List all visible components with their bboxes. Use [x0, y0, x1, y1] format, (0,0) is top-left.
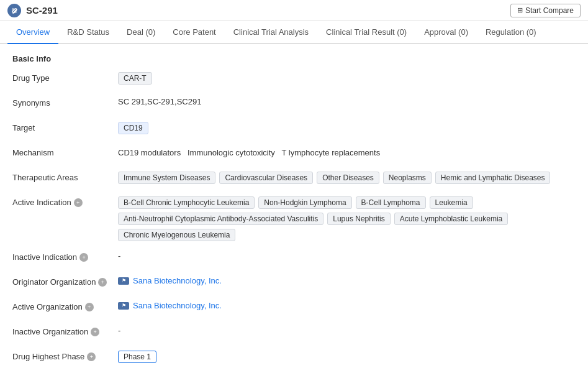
- originator-org-item: ⚑ Sana Biotechnology, Inc.: [118, 276, 222, 285]
- target-row: Target CD19: [12, 122, 576, 137]
- tab-overview[interactable]: Overview: [7, 21, 58, 44]
- drug-highest-phase-help-icon[interactable]: +: [87, 352, 96, 361]
- tab-core-patent[interactable]: Core Patent: [164, 21, 224, 44]
- therapeutic-areas-row: Therapeutic Areas Immune System Diseases…: [12, 172, 576, 186]
- drug-type-tag: CAR-T: [118, 72, 152, 85]
- mechanism-row: Mechanism CD19 modulators Immunologic cy…: [12, 147, 576, 162]
- compare-icon: ⊞: [517, 6, 523, 14]
- active-org-icon: ⚑: [118, 302, 129, 310]
- tab-clinical-trial-result[interactable]: Clinical Trial Result (0): [317, 21, 415, 44]
- therapeutic-areas-label: Therapeutic Areas: [12, 172, 118, 182]
- inactive-org-value: -: [118, 326, 576, 335]
- synonyms-text: SC 291,SC-291,SC291: [118, 97, 201, 106]
- drug-highest-phase-value: Phase 1: [118, 351, 576, 363]
- start-compare-label: Start Compare: [525, 6, 574, 15]
- active-org-label: Active Organization +: [12, 301, 118, 311]
- active-indication-row: Active Indication + B-Cell Chronic Lymph…: [12, 196, 576, 241]
- originator-org-label: Originator Organization +: [12, 276, 118, 287]
- inactive-indication-label: Inactive Indication +: [12, 251, 118, 262]
- inactive-indication-row: Inactive Indication + -: [12, 251, 576, 266]
- tab-approval[interactable]: Approval (0): [415, 21, 477, 44]
- drug-type-row: Drug Type CAR-T: [12, 72, 576, 87]
- active-indication-tags: B-Cell Chronic Lymphocytic Leukemia Non-…: [118, 196, 576, 241]
- start-compare-button[interactable]: ⊞ Start Compare: [510, 4, 581, 17]
- originator-org-value: ⚑ Sana Biotechnology, Inc.: [118, 276, 576, 285]
- tag-b-cell-lymphoma[interactable]: B-Cell Lymphoma: [356, 196, 426, 209]
- target-tag[interactable]: CD19: [118, 122, 148, 134]
- active-org-row: Active Organization + ⚑ Sana Biotechnolo…: [12, 301, 576, 316]
- drug-type-label: Drug Type: [12, 72, 118, 83]
- synonyms-value: SC 291,SC-291,SC291: [118, 97, 576, 106]
- originator-org-name[interactable]: Sana Biotechnology, Inc.: [133, 276, 222, 285]
- tag-anca-vasculitis[interactable]: Anti-Neutrophil Cytoplasmic Antibody-Ass…: [118, 213, 323, 225]
- tab-clinical-trial-analysis[interactable]: Clinical Trial Analysis: [225, 21, 317, 44]
- active-org-item: ⚑ Sana Biotechnology, Inc.: [118, 301, 222, 310]
- target-value: CD19: [118, 122, 576, 134]
- synonyms-label: Synonyms: [12, 97, 118, 108]
- drug-type-value: CAR-T: [118, 72, 576, 85]
- mechanism-value: CD19 modulators Immunologic cytotoxicity…: [118, 147, 576, 157]
- inactive-indication-value: -: [118, 251, 576, 260]
- active-indication-help-icon[interactable]: +: [74, 198, 83, 207]
- tag-all[interactable]: Acute Lymphoblastic Leukemia: [394, 213, 509, 225]
- active-indication-label: Active Indication +: [12, 196, 118, 207]
- drug-highest-phase-label: Drug Highest Phase +: [12, 351, 118, 361]
- main-content: Basic Info Drug Type CAR-T Synonyms SC 2…: [0, 44, 588, 373]
- tag-immune-system[interactable]: Immune System Diseases: [118, 172, 215, 184]
- tag-hemic[interactable]: Hemic and Lymphatic Diseases: [435, 172, 551, 184]
- nav-tabs: Overview R&D Status Deal (0) Core Patent…: [0, 21, 588, 44]
- tag-cml[interactable]: Chronic Myelogenous Leukemia: [118, 229, 235, 241]
- drug-highest-phase-tag: Phase 1: [118, 351, 156, 363]
- tag-other-diseases[interactable]: Other Diseases: [317, 172, 379, 184]
- drug-highest-phase-row: Drug Highest Phase + Phase 1: [12, 351, 576, 366]
- originator-org-help-icon[interactable]: +: [98, 278, 107, 287]
- originator-org-icon: ⚑: [118, 277, 129, 285]
- inactive-org-dash: -: [118, 326, 120, 335]
- active-org-name[interactable]: Sana Biotechnology, Inc.: [133, 301, 222, 310]
- top-bar: SC-291 ⊞ Start Compare: [0, 0, 588, 21]
- inactive-org-help-icon[interactable]: +: [91, 328, 99, 336]
- drug-header: SC-291: [7, 4, 58, 17]
- tab-deal[interactable]: Deal (0): [118, 21, 164, 44]
- target-label: Target: [12, 122, 118, 132]
- drug-title: SC-291: [26, 5, 58, 16]
- inactive-indication-help-icon[interactable]: +: [79, 253, 88, 262]
- tag-non-hodgkin[interactable]: Non-Hodgkin Lymphoma: [258, 196, 351, 209]
- tab-rd-status[interactable]: R&D Status: [58, 21, 118, 44]
- tag-neoplasms[interactable]: Neoplasms: [383, 172, 432, 184]
- tag-lupus-nephritis[interactable]: Lupus Nephritis: [327, 213, 390, 225]
- indication-row-2: Anti-Neutrophil Cytoplasmic Antibody-Ass…: [118, 213, 576, 241]
- mechanism-label: Mechanism: [12, 147, 118, 157]
- active-org-help-icon[interactable]: +: [85, 303, 94, 311]
- indication-row-1: B-Cell Chronic Lymphocytic Leukemia Non-…: [118, 196, 473, 209]
- inactive-org-row: Inactive Organization + -: [12, 326, 576, 341]
- tag-cardiovascular[interactable]: Cardiovascular Diseases: [219, 172, 313, 184]
- synonyms-row: Synonyms SC 291,SC-291,SC291: [12, 97, 576, 112]
- tag-leukemia[interactable]: Leukemia: [430, 196, 473, 209]
- active-org-value: ⚑ Sana Biotechnology, Inc.: [118, 301, 576, 310]
- mechanism-text: CD19 modulators Immunologic cytotoxicity…: [118, 147, 380, 157]
- inactive-org-label: Inactive Organization +: [12, 326, 118, 336]
- section-title: Basic Info: [12, 54, 576, 63]
- tab-regulation[interactable]: Regulation (0): [477, 21, 545, 44]
- inactive-indication-dash: -: [118, 251, 120, 260]
- therapeutic-areas-tags: Immune System Diseases Cardiovascular Di…: [118, 172, 576, 184]
- drug-icon: [7, 4, 21, 17]
- originator-org-row: Originator Organization + ⚑ Sana Biotech…: [12, 276, 576, 291]
- tag-b-cell-cll[interactable]: B-Cell Chronic Lymphocytic Leukemia: [118, 196, 255, 209]
